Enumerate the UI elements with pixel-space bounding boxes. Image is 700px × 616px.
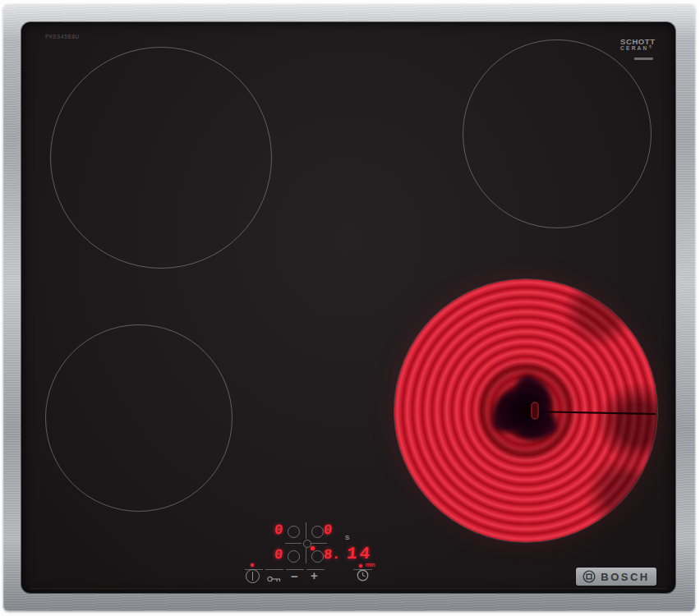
selected-zone-dot	[311, 546, 315, 550]
zone-map-line-right	[311, 543, 327, 544]
display-front-left-level: 0	[274, 548, 283, 562]
zone-indicator-front-right	[311, 550, 324, 563]
display-back-right-level: 0	[323, 523, 333, 537]
display-front-right-level: 8.	[323, 548, 341, 562]
active-burner-front-right	[394, 279, 657, 542]
burner-ring-back-left	[50, 47, 272, 269]
timer-display: 14	[346, 545, 373, 563]
bosch-armature-icon	[583, 570, 596, 583]
power-indicator-dot	[251, 563, 254, 567]
clock-icon	[357, 569, 369, 582]
zone-indicator-back-left	[288, 526, 300, 538]
decrease-button[interactable]: −	[291, 570, 298, 582]
dual-zone-symbol: S	[345, 534, 349, 541]
lock-key-line	[265, 569, 283, 570]
burner-coil-swirl	[394, 279, 657, 542]
schott-ceran-logo: SCHOTT CERAN®	[620, 38, 678, 60]
burner-ring-front-left	[45, 324, 233, 512]
glass-edge-reflection	[30, 588, 667, 589]
child-lock-button[interactable]	[267, 572, 282, 586]
cooktop-steel-frame: PKE645B8U SCHOTT CERAN®	[3, 4, 695, 611]
minus-label: −	[291, 569, 298, 583]
key-icon	[267, 575, 282, 583]
power-button[interactable]	[246, 569, 260, 583]
timer-indicator-dot	[359, 564, 362, 568]
bosch-wordmark: BOSCH	[601, 571, 649, 583]
ceramic-glass-surface: PKE645B8U SCHOTT CERAN®	[21, 22, 675, 593]
display-back-left-level: 0	[274, 523, 283, 537]
schott-logo-line2: CERAN®	[620, 46, 678, 52]
increase-button[interactable]: +	[311, 569, 318, 582]
zone-indicator-front-left	[288, 550, 300, 563]
zone-indicator-back-right	[311, 526, 324, 538]
schott-fineprint-bar	[634, 57, 653, 60]
timer-unit-label: min	[366, 562, 375, 568]
timer-button[interactable]	[357, 569, 369, 585]
display-divider-top	[306, 522, 306, 539]
bosch-badge: BOSCH	[576, 568, 656, 586]
power-icon	[246, 569, 260, 583]
burner-ring-back-right	[463, 39, 652, 228]
zone-map-line-left	[285, 543, 302, 544]
burner-thermostat-pin	[532, 402, 538, 419]
display-divider-bottom	[306, 548, 306, 563]
plus-label: +	[311, 568, 318, 582]
model-number-label: PKE645B8U	[45, 34, 80, 39]
